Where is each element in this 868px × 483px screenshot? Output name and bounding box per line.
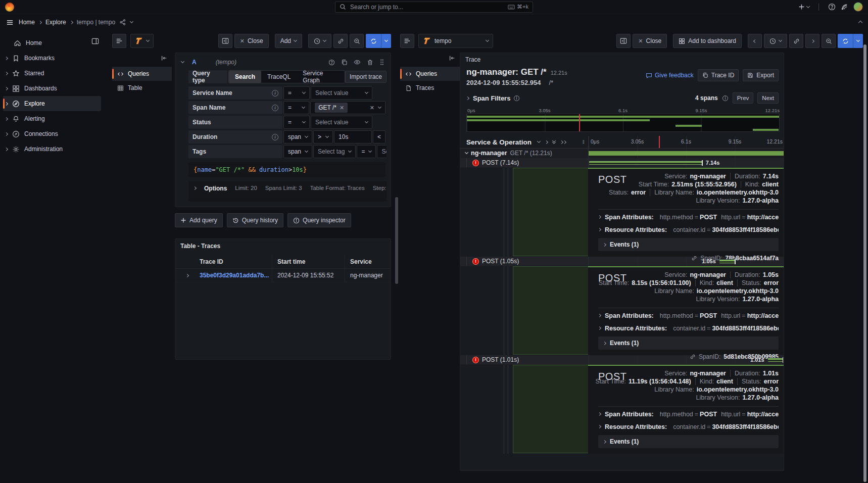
prev-span-button[interactable]: Prev: [733, 92, 754, 104]
expand-icon[interactable]: [5, 147, 8, 151]
rail-item-traces[interactable]: Traces: [400, 81, 460, 95]
collapse-deep-icon[interactable]: [553, 141, 555, 143]
query-history-button[interactable]: Query history: [227, 213, 283, 227]
close-left-pane-button[interactable]: ✕ Close: [234, 34, 269, 48]
status-value[interactable]: Select value: [311, 116, 372, 129]
span-bar[interactable]: [589, 151, 784, 156]
events-row[interactable]: Events (1): [598, 435, 779, 448]
left-pane-scrollbar[interactable]: [395, 197, 398, 284]
grafana-logo[interactable]: [5, 3, 14, 12]
link-icon[interactable]: [333, 34, 348, 48]
hide-query-icon[interactable]: [354, 59, 361, 66]
rail-item-queries[interactable]: Queries: [112, 67, 172, 81]
share-icon[interactable]: [119, 19, 126, 26]
page-scrollbar[interactable]: [863, 44, 866, 482]
delete-query-icon[interactable]: [367, 59, 373, 66]
search-input[interactable]: [349, 3, 505, 11]
give-feedback-link[interactable]: Give feedback: [646, 72, 694, 79]
query-help-icon[interactable]: [328, 59, 335, 66]
span-attributes-row[interactable]: Span Attributes:http.method=POSThttp.url…: [598, 211, 779, 223]
sidebar-item-home[interactable]: Home: [3, 35, 101, 51]
sidebar-item-explore[interactable]: Explore: [3, 96, 101, 111]
sidebar-item-dashboards[interactable]: Dashboards: [3, 81, 101, 96]
expand-icon[interactable]: [5, 56, 8, 60]
expand-icon[interactable]: [5, 102, 8, 105]
sidebar-item-administration[interactable]: Administration: [3, 141, 101, 157]
duration-scope[interactable]: span: [283, 130, 312, 143]
span-name-value[interactable]: GET /*✕ ✕: [310, 101, 385, 114]
time-shift-right-icon[interactable]: [805, 34, 819, 48]
panel-title[interactable]: Table - Traces: [175, 239, 391, 253]
resource-attributes-row[interactable]: Resource Attributes:container.id=304fd88…: [598, 420, 779, 433]
table-row[interactable]: 35be0f3d29a01adda7b... 2024-12-09 15:55:…: [175, 269, 391, 282]
zoom-out-icon[interactable]: [350, 34, 364, 48]
tags-key[interactable]: Select tag: [313, 145, 356, 158]
span-row-post-7s[interactable]: ! POST (7.14s) 7.14s: [460, 158, 784, 168]
export-button[interactable]: Export: [743, 69, 779, 81]
add-to-dashboard-button[interactable]: Add to dashboard: [673, 34, 742, 48]
collapse-header-button[interactable]: [859, 19, 862, 26]
duration-value-input[interactable]: 10s: [334, 130, 372, 143]
service-operation-header[interactable]: Service & Operation: [466, 138, 532, 146]
global-search[interactable]: ⌘+k: [335, 2, 533, 13]
tab-search[interactable]: Search: [229, 71, 261, 83]
expand-icon[interactable]: [5, 117, 8, 120]
expand-filters-icon[interactable]: [466, 96, 469, 100]
menu-icon[interactable]: [6, 19, 14, 26]
add-new-button[interactable]: [798, 4, 809, 10]
expand-all-icon[interactable]: [560, 141, 566, 143]
time-range-button[interactable]: [764, 34, 787, 48]
zoom-out-icon[interactable]: [822, 34, 836, 48]
remove-chip-icon[interactable]: ✕: [340, 105, 344, 111]
collapse-span-icon[interactable]: [465, 151, 468, 154]
span-attributes-row[interactable]: Span Attributes:http.method=POSThttp.url…: [598, 408, 779, 420]
expand-icon[interactable]: [5, 86, 8, 90]
rail-item-queries[interactable]: Queries: [400, 67, 460, 81]
duplicate-query-icon[interactable]: [341, 59, 348, 66]
span-name-operator[interactable]: =: [283, 101, 309, 114]
span-bar[interactable]: [719, 259, 736, 264]
resource-attributes-row[interactable]: Resource Attributes:container.id=304fd88…: [598, 322, 779, 334]
add-button[interactable]: Add: [275, 34, 302, 48]
service-name-operator[interactable]: =: [283, 86, 310, 100]
column-resize-handle[interactable]: ‖: [583, 139, 585, 145]
split-pane-icon[interactable]: [218, 34, 232, 48]
events-row[interactable]: Events (1): [598, 336, 779, 350]
user-avatar[interactable]: [853, 2, 863, 12]
collapse-rail-icon[interactable]: [112, 54, 172, 67]
clear-all-icon[interactable]: ✕: [370, 105, 374, 111]
col-service[interactable]: Service: [345, 258, 391, 265]
status-operator[interactable]: =: [283, 116, 310, 129]
breadcrumb-explore[interactable]: Explore: [45, 19, 66, 26]
import-trace-button[interactable]: Import trace: [345, 71, 387, 83]
link-icon[interactable]: [789, 34, 803, 48]
collapse-rail-icon[interactable]: [400, 54, 460, 67]
service-name-value[interactable]: Select value: [311, 86, 372, 100]
run-query-button[interactable]: [366, 34, 391, 48]
trace-id-button[interactable]: Trace ID: [698, 69, 739, 81]
sidebar-item-alerting[interactable]: Alerting: [3, 111, 101, 126]
minimap-canvas[interactable]: [466, 114, 780, 132]
span-row-post-1-01s[interactable]: ! POST (1.01s) 1.01s: [460, 355, 784, 365]
events-row[interactable]: Events (1): [598, 238, 779, 251]
sidebar-item-connections[interactable]: Connections: [3, 126, 101, 141]
next-span-button[interactable]: Next: [757, 92, 779, 104]
close-right-pane-button[interactable]: ✕ Close: [633, 34, 667, 48]
duration-operator[interactable]: >: [313, 130, 333, 143]
tab-traceql[interactable]: TraceQL: [261, 71, 297, 83]
tags-operator[interactable]: =: [357, 145, 376, 158]
tags-scope[interactable]: span: [283, 145, 312, 158]
tags-value[interactable]: Select va: [377, 145, 387, 158]
datasource-picker[interactable]: tempo: [418, 34, 493, 48]
tab-service-graph[interactable]: Service Graph: [297, 71, 345, 83]
trace-minimap[interactable]: 0μs 3.05s 6.1s 9.15s 12.21s: [466, 108, 780, 132]
span-name-chip[interactable]: GET /*✕: [315, 103, 348, 113]
time-range-button[interactable]: [308, 34, 331, 48]
expand-one-icon[interactable]: [545, 140, 548, 143]
sidebar-item-bookmarks[interactable]: Bookmarks: [3, 51, 101, 66]
run-query-button[interactable]: [838, 34, 863, 48]
help-icon[interactable]: [828, 3, 836, 11]
resource-attributes-row[interactable]: Resource Attributes:container.id=304fd88…: [598, 223, 779, 236]
span-bar[interactable]: [767, 358, 784, 362]
breadcrumb-home[interactable]: Home: [19, 19, 35, 26]
